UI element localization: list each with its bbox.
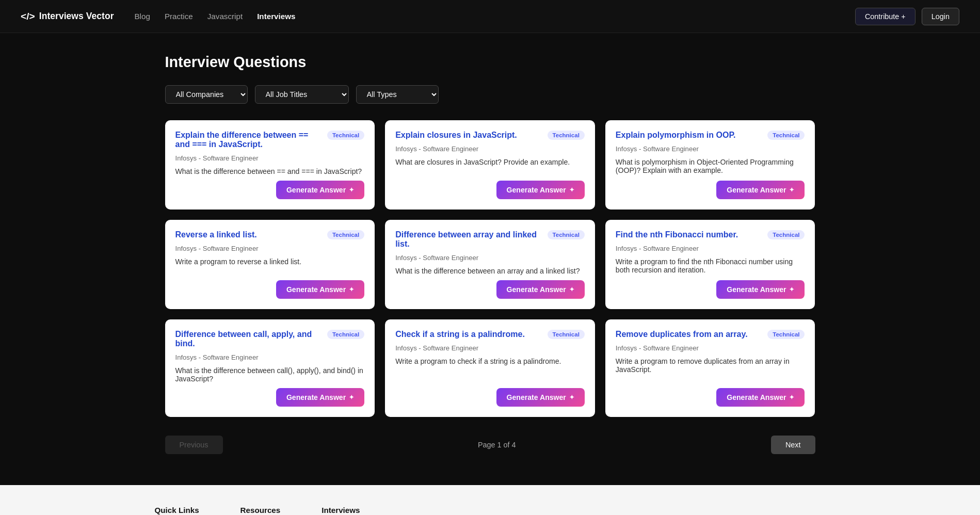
brand-logo[interactable]: </> Interviews Vector bbox=[21, 11, 114, 22]
generate-answer-button[interactable]: Generate Answer bbox=[716, 388, 805, 407]
badge-technical: Technical bbox=[548, 230, 585, 239]
footer-inner: Quick LinksContactResourcesAISTACKInterv… bbox=[155, 506, 826, 515]
card-description: What is the difference between == and ==… bbox=[175, 167, 365, 175]
question-card: Check if a string is a palindrome. Techn… bbox=[385, 319, 595, 417]
badge-technical: Technical bbox=[548, 131, 585, 140]
card-company: Infosys - Software Engineer bbox=[616, 145, 805, 153]
nav-links: Blog Practice Javascript Interviews bbox=[134, 12, 855, 21]
nav-practice[interactable]: Practice bbox=[165, 12, 193, 21]
card-description: What is the difference between an array … bbox=[395, 267, 585, 275]
badge-technical: Technical bbox=[548, 330, 585, 339]
card-description: What are closures in JavaScript? Provide… bbox=[395, 158, 585, 175]
previous-button[interactable]: Previous bbox=[165, 436, 223, 454]
card-header: Difference between call, apply, and bind… bbox=[175, 330, 365, 348]
card-description: Write a program to check if a string is … bbox=[395, 357, 585, 383]
card-company: Infosys - Software Engineer bbox=[175, 154, 365, 162]
filters: All Companies Infosys TCS Wipro All Job … bbox=[165, 85, 815, 104]
card-description: Write a program to reverse a linked list… bbox=[175, 258, 365, 275]
nav-blog[interactable]: Blog bbox=[134, 12, 150, 21]
next-button[interactable]: Next bbox=[771, 436, 815, 454]
footer-col-heading: Interviews bbox=[322, 506, 377, 514]
card-title: Explain polymorphism in OOP. bbox=[616, 131, 763, 140]
generate-answer-button[interactable]: Generate Answer bbox=[496, 181, 585, 199]
questions-grid: Explain the difference between == and ==… bbox=[165, 120, 815, 417]
question-card: Find the nth Fibonacci number. Technical… bbox=[605, 220, 815, 309]
badge-technical: Technical bbox=[327, 131, 364, 140]
card-title: Explain the difference between == and ==… bbox=[175, 131, 323, 149]
generate-answer-button[interactable]: Generate Answer bbox=[276, 388, 364, 407]
card-description: Write a program to remove duplicates fro… bbox=[616, 357, 805, 383]
footer-col-heading: Resources bbox=[240, 506, 281, 514]
job-titles-filter[interactable]: All Job Titles Software Engineer Fronten… bbox=[255, 85, 349, 104]
card-header: Explain closures in JavaScript. Technica… bbox=[395, 131, 585, 140]
footer-col: ResourcesAISTACK bbox=[240, 506, 281, 515]
badge-technical: Technical bbox=[767, 131, 805, 140]
card-title: Find the nth Fibonacci number. bbox=[616, 230, 763, 239]
card-title: Explain closures in JavaScript. bbox=[395, 131, 543, 140]
card-company: Infosys - Software Engineer bbox=[175, 245, 365, 252]
brand-icon: </> bbox=[21, 11, 35, 22]
footer-col-heading: Quick Links bbox=[155, 506, 199, 514]
card-header: Reverse a linked list. Technical bbox=[175, 230, 365, 239]
footer-col: Quick LinksContact bbox=[155, 506, 199, 515]
contribute-button[interactable]: Contribute + bbox=[855, 8, 915, 25]
card-title: Remove duplicates from an array. bbox=[616, 330, 763, 339]
brand-name: Interviews Vector bbox=[39, 11, 114, 22]
card-company: Infosys - Software Engineer bbox=[175, 353, 365, 361]
nav-interviews[interactable]: Interviews bbox=[257, 12, 295, 21]
card-header: Find the nth Fibonacci number. Technical bbox=[616, 230, 805, 239]
page-info: Page 1 of 4 bbox=[478, 441, 516, 449]
card-header: Explain the difference between == and ==… bbox=[175, 131, 365, 149]
card-company: Infosys - Software Engineer bbox=[395, 344, 585, 352]
badge-technical: Technical bbox=[327, 330, 364, 339]
card-header: Remove duplicates from an array. Technic… bbox=[616, 330, 805, 339]
badge-technical: Technical bbox=[767, 230, 805, 239]
page-title: Interview Questions bbox=[165, 54, 815, 71]
card-title: Reverse a linked list. bbox=[175, 230, 323, 239]
card-header: Check if a string is a palindrome. Techn… bbox=[395, 330, 585, 339]
footer-col: InterviewsInfosys Interviews bbox=[322, 506, 377, 515]
types-filter[interactable]: All Types Technical HR bbox=[356, 85, 439, 104]
card-title: Check if a string is a palindrome. bbox=[395, 330, 543, 339]
badge-technical: Technical bbox=[327, 230, 364, 239]
question-card: Difference between call, apply, and bind… bbox=[165, 319, 375, 417]
card-company: Infosys - Software Engineer bbox=[395, 145, 585, 153]
badge-technical: Technical bbox=[767, 330, 805, 339]
card-header: Explain polymorphism in OOP. Technical bbox=[616, 131, 805, 140]
card-description: Write a program to find the nth Fibonacc… bbox=[616, 258, 805, 275]
generate-answer-button[interactable]: Generate Answer bbox=[496, 388, 585, 407]
card-company: Infosys - Software Engineer bbox=[616, 344, 805, 352]
card-title: Difference between array and linked list… bbox=[395, 230, 543, 249]
navbar: </> Interviews Vector Blog Practice Java… bbox=[0, 0, 980, 33]
question-card: Explain the difference between == and ==… bbox=[165, 120, 375, 210]
footer: Quick LinksContactResourcesAISTACKInterv… bbox=[0, 485, 980, 515]
main-content: Interview Questions All Companies Infosy… bbox=[155, 33, 826, 485]
nav-actions: Contribute + Login bbox=[855, 8, 959, 25]
question-card: Difference between array and linked list… bbox=[385, 220, 595, 309]
question-card: Explain closures in JavaScript. Technica… bbox=[385, 120, 595, 210]
question-card: Explain polymorphism in OOP. Technical I… bbox=[605, 120, 815, 210]
card-description: What is polymorphism in Object-Oriented … bbox=[616, 158, 805, 175]
card-header: Difference between array and linked list… bbox=[395, 230, 585, 249]
companies-filter[interactable]: All Companies Infosys TCS Wipro bbox=[165, 85, 248, 104]
question-card: Reverse a linked list. Technical Infosys… bbox=[165, 220, 375, 309]
generate-answer-button[interactable]: Generate Answer bbox=[496, 280, 585, 299]
generate-answer-button[interactable]: Generate Answer bbox=[276, 280, 364, 299]
card-description: What is the difference between call(), a… bbox=[175, 366, 365, 383]
question-card: Remove duplicates from an array. Technic… bbox=[605, 319, 815, 417]
card-title: Difference between call, apply, and bind… bbox=[175, 330, 323, 348]
generate-answer-button[interactable]: Generate Answer bbox=[276, 181, 364, 199]
generate-answer-button[interactable]: Generate Answer bbox=[716, 181, 805, 199]
pagination: Previous Page 1 of 4 Next bbox=[165, 436, 815, 454]
nav-javascript[interactable]: Javascript bbox=[207, 12, 243, 21]
card-company: Infosys - Software Engineer bbox=[395, 254, 585, 262]
card-company: Infosys - Software Engineer bbox=[616, 245, 805, 252]
login-button[interactable]: Login bbox=[922, 8, 959, 25]
generate-answer-button[interactable]: Generate Answer bbox=[716, 280, 805, 299]
